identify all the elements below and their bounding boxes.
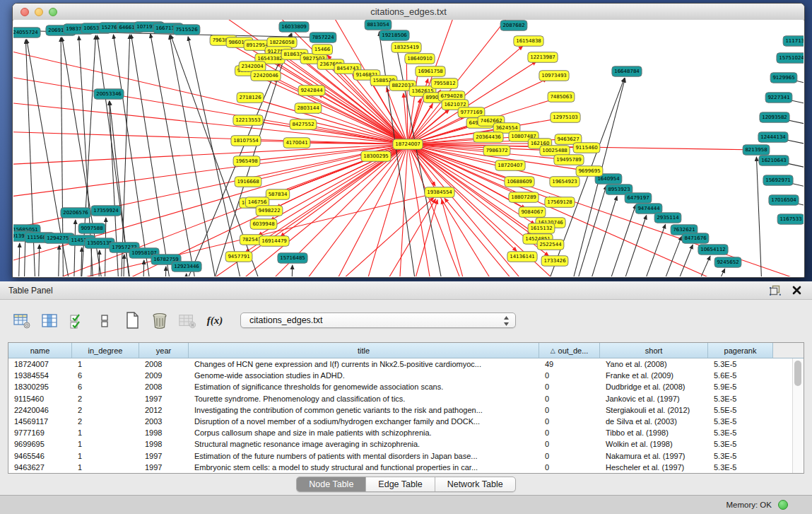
table-cell[interactable]: Hescheler et al. (1997) bbox=[600, 463, 708, 472]
table-cell[interactable]: 0 bbox=[539, 463, 600, 472]
network-node[interactable]: 16154838 bbox=[514, 36, 543, 47]
network-node[interactable]: 16914479 bbox=[259, 236, 289, 247]
table-cell[interactable]: 49 bbox=[539, 360, 600, 368]
network-node[interactable]: 6039948 bbox=[250, 219, 277, 230]
network-node[interactable]: 18807289 bbox=[509, 192, 539, 203]
table-cell[interactable]: 22420046 bbox=[8, 406, 72, 414]
table-cell[interactable]: Estimation of the future numbers of pati… bbox=[189, 452, 539, 460]
network-node[interactable]: 18720407 bbox=[495, 160, 525, 171]
network-node[interactable]: 18107554 bbox=[231, 136, 261, 146]
network-node[interactable]: 18300295 bbox=[361, 151, 391, 162]
network-node[interactable]: 20364436 bbox=[473, 132, 503, 143]
table-cell[interactable]: 5.3E-5 bbox=[708, 463, 773, 472]
table-cell[interactable]: de Silva et al. (2003) bbox=[600, 417, 708, 426]
network-node[interactable]: 15466 bbox=[312, 45, 333, 55]
table-cell[interactable]: 1 bbox=[72, 360, 139, 368]
table-cell[interactable]: Genome-wide association studies in ADHD. bbox=[189, 371, 539, 380]
network-node[interactable]: 19654923 bbox=[550, 177, 579, 187]
table-cell[interactable]: 9777169 bbox=[8, 428, 72, 437]
network-node[interactable]: 10973493 bbox=[539, 71, 569, 81]
network-node[interactable]: 9474444 bbox=[635, 204, 662, 214]
network-node[interactable]: 16648784 bbox=[612, 66, 642, 77]
network-node[interactable]: 2087682 bbox=[500, 21, 527, 31]
table-cell[interactable]: 0 bbox=[539, 406, 600, 414]
table-cell[interactable]: 18300295 bbox=[8, 382, 72, 391]
network-node[interactable]: 12213987 bbox=[528, 52, 558, 63]
table-cell[interactable]: 2 bbox=[72, 406, 139, 414]
table-cell[interactable]: 18724007 bbox=[8, 360, 72, 368]
function-builder-icon[interactable]: f(x) bbox=[206, 311, 224, 329]
network-node[interactable]: 9242844 bbox=[298, 86, 325, 96]
table-cell[interactable]: Investigating the contribution of common… bbox=[189, 406, 539, 414]
network-window-titlebar[interactable]: citations_edges.txt bbox=[13, 4, 804, 21]
network-node[interactable]: 18724007 bbox=[393, 139, 423, 150]
network-node[interactable]: 18325419 bbox=[392, 42, 421, 53]
table-cell[interactable]: 0 bbox=[539, 395, 600, 403]
memory-ok-indicator-icon[interactable] bbox=[778, 500, 788, 510]
network-node[interactable]: 9245652 bbox=[714, 257, 741, 268]
network-node[interactable]: 20206576 bbox=[61, 208, 90, 218]
table-cell[interactable]: 0 bbox=[539, 452, 600, 460]
network-node[interactable]: 7515526 bbox=[173, 25, 200, 35]
network-node[interactable]: 8813054 bbox=[365, 20, 392, 30]
network-node[interactable]: 24055724 bbox=[13, 28, 40, 38]
network-node[interactable]: 10688609 bbox=[505, 177, 534, 187]
network-node[interactable]: 1615132 bbox=[528, 223, 555, 234]
table-cell[interactable]: 9465546 bbox=[8, 452, 72, 460]
network-node[interactable]: 18226058 bbox=[267, 37, 297, 48]
column-header-short[interactable]: short bbox=[600, 343, 708, 358]
network-node[interactable]: 17359924 bbox=[91, 206, 121, 216]
table-cell[interactable]: 2008 bbox=[139, 360, 189, 368]
table-cell[interactable]: 5.3E-5 bbox=[708, 395, 773, 403]
tab-network-table[interactable]: Network Table bbox=[435, 477, 515, 491]
table-cell[interactable]: 2003 bbox=[139, 417, 189, 426]
table-cell[interactable]: Structural magnetic resonance image aver… bbox=[189, 440, 539, 448]
table-cell[interactable]: 0 bbox=[539, 440, 600, 448]
table-row[interactable]: 946554611997Estimation of the future num… bbox=[8, 450, 804, 462]
network-node[interactable]: 12923446 bbox=[172, 262, 201, 272]
table-cell[interactable]: Wolkin et al. (1998) bbox=[600, 440, 708, 448]
network-node[interactable]: 8427552 bbox=[290, 119, 317, 130]
network-node[interactable]: 14136141 bbox=[507, 252, 537, 262]
table-cell[interactable]: 5.3E-5 bbox=[708, 440, 773, 448]
table-cell[interactable]: Tibbo et al. (1998) bbox=[600, 428, 708, 437]
table-panel-header[interactable]: Table Panel bbox=[0, 281, 812, 300]
network-node[interactable]: 12444134 bbox=[758, 132, 788, 143]
table-cell[interactable]: 1 bbox=[72, 463, 139, 472]
table-row[interactable]: 911546021997Tourette syndrome. Phenomeno… bbox=[8, 393, 804, 404]
table-cell[interactable]: 9463627 bbox=[8, 463, 72, 472]
network-node[interactable]: 10654112 bbox=[698, 245, 728, 255]
network-node[interactable]: 2342004 bbox=[239, 62, 266, 72]
table-row[interactable]: 946362711997Embryonic stem cells: a mode… bbox=[8, 462, 804, 473]
column-header-year[interactable]: year bbox=[139, 343, 189, 358]
network-node[interactable]: 16033809 bbox=[279, 22, 309, 33]
table-row[interactable]: 969969511998Structural magnetic resonanc… bbox=[8, 438, 804, 450]
network-view-window[interactable]: citations_edges.txt 24055724206914061983… bbox=[12, 3, 805, 278]
table-cell[interactable]: Embryonic stem cells: a model to study s… bbox=[189, 463, 539, 472]
new-document-icon[interactable] bbox=[123, 311, 141, 329]
table-cell[interactable]: 0 bbox=[539, 428, 600, 437]
close-panel-icon[interactable] bbox=[789, 284, 804, 297]
network-node[interactable]: 12213553 bbox=[233, 115, 263, 126]
float-panel-icon[interactable] bbox=[768, 284, 782, 297]
table-cell[interactable]: Estimation of significance thresholds fo… bbox=[189, 382, 539, 391]
network-node[interactable]: 16210643 bbox=[759, 156, 789, 166]
tab-edge-table[interactable]: Edge Table bbox=[366, 477, 435, 491]
column-header-in_degree[interactable]: in_degree bbox=[72, 343, 139, 358]
column-header-out_de[interactable]: △out_de... bbox=[539, 343, 600, 358]
delete-trash-icon[interactable] bbox=[151, 311, 169, 329]
table-cell[interactable]: Stergiakouli et al. (2012) bbox=[600, 406, 708, 414]
network-node[interactable]: 9115460 bbox=[573, 143, 600, 153]
table-cell[interactable]: 6 bbox=[72, 382, 139, 391]
network-node[interactable]: 17016504 bbox=[769, 195, 799, 206]
network-node[interactable]: 9498222 bbox=[256, 206, 283, 216]
network-node[interactable]: 15751024 bbox=[777, 53, 804, 64]
table-cell[interactable]: 1997 bbox=[139, 395, 189, 403]
network-node[interactable]: 7986372 bbox=[483, 146, 510, 156]
network-node[interactable]: 18640910 bbox=[405, 54, 435, 64]
table-cell[interactable]: 1 bbox=[72, 440, 139, 448]
network-node[interactable]: 2522544 bbox=[537, 240, 564, 250]
network-node[interactable]: 4170041 bbox=[283, 138, 310, 148]
network-canvas[interactable]: 2405572420691406198371711065328715276026… bbox=[13, 20, 804, 276]
column-header-title[interactable]: title bbox=[189, 343, 539, 358]
